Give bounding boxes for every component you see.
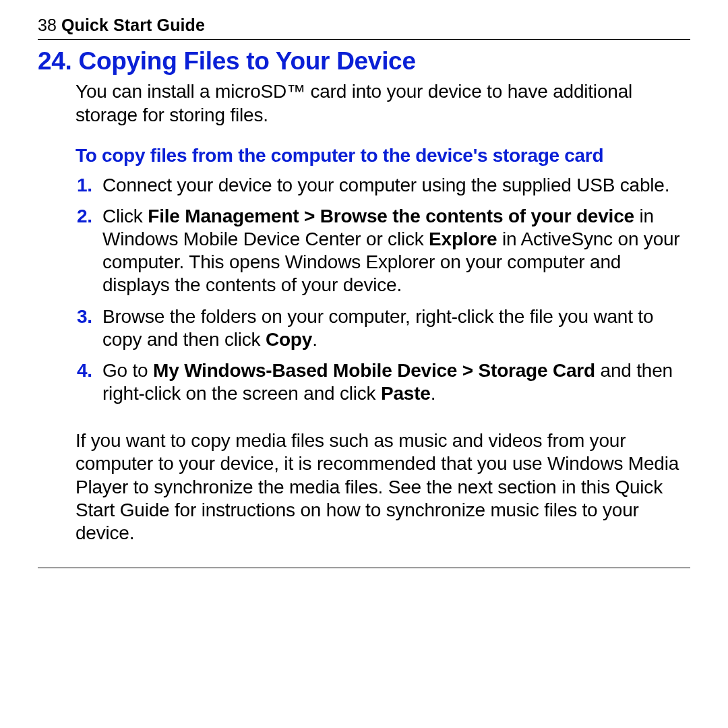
step-text-leading: Click: [102, 206, 148, 226]
step-bold-1: Copy: [266, 329, 312, 350]
step-text-trailing: .: [431, 383, 436, 404]
step-2: 2. Click File Management > Browse the co…: [102, 205, 690, 297]
closing-paragraph: If you want to copy media files such as …: [38, 429, 690, 545]
step-bold-2: Paste: [381, 383, 431, 404]
step-text-leading: Browse the folders on your computer, rig…: [102, 306, 653, 350]
header-rule: [38, 39, 690, 40]
step-number: 4.: [77, 359, 92, 382]
document-page: 38 Quick Start Guide 24.Copying Files to…: [0, 0, 728, 586]
page-header: 38 Quick Start Guide: [38, 15, 690, 35]
step-text: Connect your device to your computer usi…: [102, 175, 669, 195]
step-1: 1. Connect your device to your computer …: [102, 174, 690, 197]
step-number: 3.: [77, 305, 92, 328]
step-number: 2.: [77, 205, 92, 228]
step-text-leading: Go to: [102, 360, 153, 381]
sub-heading: To copy files from the computer to the d…: [38, 144, 690, 167]
section-number: 24.: [38, 47, 72, 75]
step-3: 3. Browse the folders on your computer, …: [102, 305, 690, 351]
footer-rule: [38, 568, 690, 568]
header-title: Quick Start Guide: [61, 16, 205, 34]
step-4: 4. Go to My Windows-Based Mobile Device …: [102, 359, 690, 405]
step-bold-2: Explore: [429, 229, 497, 249]
step-bold-1: File Management > Browse the contents of…: [148, 206, 634, 226]
page-number: 38: [38, 16, 57, 34]
steps-list: 1. Connect your device to your computer …: [38, 174, 690, 405]
section-title: Copying Files to Your Device: [79, 47, 416, 75]
section-heading: 24.Copying Files to Your Device: [38, 47, 690, 76]
step-bold-1: My Windows-Based Mobile Device > Storage…: [153, 360, 595, 381]
step-number: 1.: [77, 174, 92, 197]
intro-paragraph: You can install a microSD™ card into you…: [38, 80, 690, 126]
step-text-trailing: .: [312, 329, 317, 350]
